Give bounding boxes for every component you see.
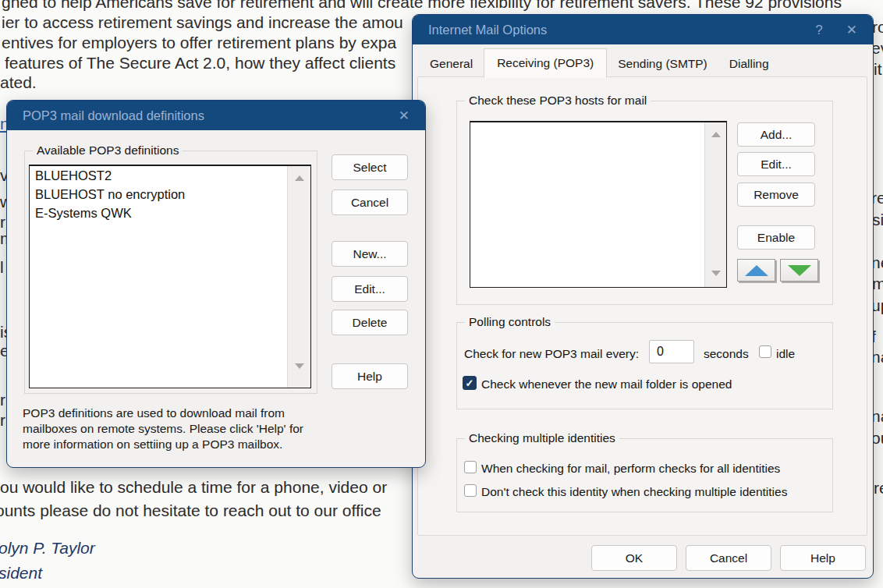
- bg-text-fragment: gned to help Americans save for retireme…: [2, 0, 842, 12]
- scrollbar-up-icon[interactable]: [711, 132, 721, 137]
- bg-text-fragment: r: [0, 390, 5, 410]
- remove-button[interactable]: Remove: [737, 182, 815, 207]
- bg-text-fragment: re: [874, 478, 883, 498]
- enable-button[interactable]: Enable: [737, 225, 815, 250]
- seconds-label: seconds: [704, 347, 749, 361]
- help-button[interactable]: Help: [780, 545, 866, 571]
- folder-check-label: Check whenever the new mail folder is op…: [481, 377, 732, 391]
- add-button[interactable]: Add...: [737, 122, 815, 147]
- up-arrow-icon: [745, 265, 768, 276]
- dialog-title: POP3 mail download definitions: [23, 108, 204, 123]
- pop3-hosts-listbox[interactable]: [470, 121, 727, 288]
- screen: gned to help Americans save for retireme…: [0, 0, 883, 588]
- help-text-line: mailboxes on remote systems. Please clic…: [23, 421, 327, 437]
- bg-text-fragment: features of The Secure Act 2.0, how they…: [5, 53, 395, 73]
- check-every-label: Check for new POP3 mail every:: [464, 347, 639, 361]
- bg-text-fragment: l: [0, 257, 4, 278]
- scrollbar-down-icon[interactable]: [295, 363, 304, 369]
- tab-sending-smtp[interactable]: Sending (SMTP): [607, 51, 718, 77]
- help-icon[interactable]: ?: [815, 23, 822, 37]
- edit-button[interactable]: Edit...: [737, 152, 815, 176]
- hosts-group-label: Check these POP3 hosts for mail: [465, 94, 651, 108]
- pop3-definitions-titlebar[interactable]: POP3 mail download definitions ✕: [7, 101, 425, 130]
- polling-groupbox: Polling controls: [456, 322, 833, 409]
- scrollbar-up-icon[interactable]: [295, 175, 304, 181]
- new-button[interactable]: New...: [332, 241, 408, 267]
- check-icon: ✓: [466, 377, 474, 389]
- listbox-scrollbar[interactable]: [287, 166, 310, 388]
- dont-check-identity-checkbox[interactable]: [464, 484, 477, 497]
- select-button[interactable]: Select: [332, 154, 408, 180]
- all-identities-checkbox[interactable]: [464, 461, 477, 473]
- move-up-button[interactable]: [737, 259, 775, 282]
- down-arrow-icon: [788, 265, 811, 276]
- bg-text-fragment: it: [874, 59, 882, 80]
- bg-text-fragment: ounts please do not hesitate to reach ou…: [0, 501, 381, 521]
- definitions-listbox[interactable]: BLUEHOST2 BLUEHOST no encryption E-Syste…: [29, 165, 311, 388]
- bg-text-fragment: entives for employers to offer retiremen…: [2, 33, 396, 53]
- cancel-button[interactable]: Cancel: [332, 190, 408, 215]
- list-item[interactable]: BLUEHOST no encryption: [30, 185, 310, 204]
- help-button[interactable]: Help: [332, 363, 408, 389]
- definitions-group-label: Available POP3 definitions: [33, 143, 183, 158]
- ok-button[interactable]: OK: [591, 545, 677, 571]
- tab-general[interactable]: General: [419, 51, 484, 77]
- internet-mail-options-dialog: Internet Mail Options ? ✕ General Receiv…: [412, 14, 874, 579]
- dont-check-identity-label: Don't check this identity when checking …: [481, 485, 787, 499]
- folder-check-checkbox[interactable]: ✓: [463, 376, 477, 390]
- tab-dialling[interactable]: Dialling: [718, 51, 780, 77]
- pop3-help-text: POP3 definitions are used to download ma…: [23, 406, 327, 452]
- pop3-definitions-dialog: POP3 mail download definitions ✕ Availab…: [6, 100, 426, 468]
- polling-group-label: Polling controls: [465, 315, 555, 329]
- tab-bar: General Receiving (POP3) Sending (SMTP) …: [419, 51, 780, 77]
- bg-text-fragment: ated.: [0, 73, 37, 93]
- internet-mail-options-titlebar[interactable]: Internet Mail Options ? ✕: [413, 15, 873, 44]
- signature-name-fragment: olyn P. Taylor: [0, 538, 95, 558]
- bg-text-fragment: m: [872, 274, 883, 294]
- help-text-line: POP3 definitions are used to download ma…: [23, 406, 327, 421]
- signature-title-fragment: sident: [0, 563, 42, 583]
- bg-text-fragment: ro: [872, 17, 883, 37]
- idle-checkbox-label: idle: [776, 347, 795, 361]
- bg-text-fragment: ou would like to schedule a time for a p…: [0, 477, 387, 498]
- move-down-button[interactable]: [780, 259, 818, 282]
- list-item[interactable]: BLUEHOST2: [30, 166, 310, 185]
- bg-text-fragment: r: [0, 410, 5, 430]
- scrollbar-down-icon[interactable]: [711, 271, 721, 276]
- identities-group-label: Checking multiple identities: [465, 431, 619, 445]
- interval-input[interactable]: [649, 340, 694, 363]
- help-text-line: more information on settiing up a POP3 m…: [23, 437, 327, 452]
- close-icon[interactable]: ✕: [399, 109, 410, 122]
- bg-text-fragment: ier to access retirement savings and inc…: [2, 12, 403, 33]
- listbox-scrollbar[interactable]: [704, 122, 726, 287]
- all-identities-label: When checking for mail, perform checks f…: [481, 462, 780, 476]
- idle-checkbox[interactable]: [759, 345, 771, 358]
- edit-button[interactable]: Edit...: [332, 276, 408, 302]
- tab-receiving-pop3[interactable]: Receiving (POP3): [484, 48, 607, 78]
- tab-page-receiving: Check these POP3 hosts for mail Add... E…: [417, 76, 867, 536]
- bg-text-fragment: si: [872, 210, 883, 230]
- delete-button[interactable]: Delete: [332, 310, 408, 335]
- cancel-button[interactable]: Cancel: [686, 545, 771, 571]
- list-item[interactable]: E-Systems QWK: [30, 204, 310, 222]
- close-icon[interactable]: ✕: [846, 23, 857, 37]
- dialog-title: Internet Mail Options: [428, 23, 547, 37]
